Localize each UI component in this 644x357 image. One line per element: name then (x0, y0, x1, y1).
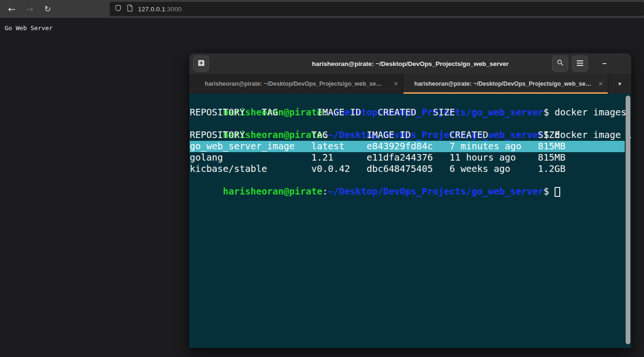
terminal-window: harisheoran@pirate: ~/Desktop/DevOps_Pro… (189, 53, 631, 348)
prompt-user-host: harisheoran@pirate (223, 186, 322, 197)
table-cell: 1.21 (311, 152, 333, 163)
terminal-tab-bar: harisheoran@pirate: ~/Desktop/DevOps_Pro… (189, 74, 631, 94)
terminal-titlebar[interactable]: harisheoran@pirate: ~/Desktop/DevOps_Pro… (189, 53, 631, 74)
terminal-cursor (555, 187, 560, 197)
table-cell: TAG (311, 130, 328, 141)
table-cell: REPOSITORY (190, 107, 245, 118)
tab-overflow-button[interactable]: ▼ (608, 74, 631, 94)
table-cell: SIZE (433, 107, 455, 118)
table-cell: SIZE (538, 130, 560, 141)
table-cell: latest (311, 141, 344, 152)
terminal-tab-2[interactable]: harisheoran@pirate: ~/Desktop/DevOps_Pro… (403, 74, 608, 94)
prompt-line-current: harisheoran@pirate:~/Desktop/DevOps_Proj… (190, 175, 631, 186)
table-cell: v0.0.42 (311, 163, 350, 175)
shield-icon[interactable] (114, 4, 127, 14)
search-icon (556, 59, 564, 68)
table-cell: 1.2GB (538, 163, 566, 175)
table-cell: CREATED (378, 107, 416, 118)
terminal-tab-1[interactable]: harisheoran@pirate: ~/Desktop/DevOps_Pro… (189, 74, 403, 94)
prompt-line: harisheoran@pirate:~/Desktop/DevOps_Proj… (190, 96, 631, 107)
table-cell: 6 weeks ago (450, 163, 510, 175)
table-row-highlighted: go_web_server_imagelateste843929fd84c7 m… (190, 141, 625, 152)
table-cell: 815MB (538, 141, 566, 152)
reload-icon[interactable]: ↻ (40, 0, 56, 18)
tab-label: harisheoran@pirate: ~/Desktop/DevOps_Pro… (411, 81, 595, 87)
table-cell: 7 minutes ago (450, 141, 522, 152)
table-cell: IMAGE ID (367, 130, 411, 141)
table-cell: TAG (262, 107, 278, 118)
table-row: kicbase/stablev0.0.42dbc6484754056 weeks… (190, 163, 631, 175)
new-tab-button[interactable] (193, 56, 209, 72)
table-cell: kicbase/stable (190, 163, 267, 175)
url-port: :3000 (165, 6, 182, 13)
prompt-separator: : (322, 186, 328, 197)
table-cell: CREATED (450, 130, 488, 141)
page-info-icon[interactable] (127, 4, 138, 14)
table-cell: dbc648475405 (367, 163, 433, 175)
back-icon[interactable]: ← (4, 0, 20, 18)
search-button[interactable] (552, 56, 568, 72)
table-cell: REPOSITORY (190, 130, 245, 141)
terminal-content[interactable]: harisheoran@pirate:~/Desktop/DevOps_Proj… (189, 94, 631, 348)
menu-button[interactable] (572, 56, 588, 72)
forward-icon[interactable]: → (22, 0, 38, 18)
prompt-path: ~/Desktop/DevOps_Projects/go_web_server (328, 186, 544, 197)
prompt-symbol: $ (543, 186, 549, 197)
table-cell: e843929fd84c (367, 141, 433, 152)
tab-label: harisheoran@pirate: ~/Desktop/DevOps_Pro… (197, 81, 390, 87)
url-host: 127.0.0.1 (138, 6, 165, 13)
table-row: golang1.21e11dfa24437611 hours ago815MB (190, 152, 631, 163)
table-cell: 815MB (538, 152, 566, 163)
hamburger-menu-icon (577, 59, 583, 68)
table-cell: e11dfa244376 (367, 152, 433, 163)
tab-close-icon[interactable]: ✕ (598, 81, 603, 87)
address-bar[interactable]: 127.0.0.1:3000 (110, 2, 644, 16)
table-cell: go_web_server_image (190, 141, 295, 152)
minimize-button[interactable]: – (598, 53, 611, 74)
table-header-row: REPOSITORYTAGIMAGE IDCREATEDSIZE (190, 130, 631, 141)
tab-close-icon[interactable]: ✕ (394, 81, 398, 87)
page-content-text: Go Web Server (5, 24, 53, 32)
table-cell: 11 hours ago (450, 152, 516, 163)
output-header-row: REPOSITORYTAGIMAGE IDCREATEDSIZE (190, 107, 631, 118)
terminal-scrollbar-thumb[interactable] (626, 96, 630, 344)
table-cell: IMAGE ID (317, 107, 361, 118)
table-cell: golang (190, 152, 223, 163)
prompt-line: harisheoran@pirate:~/Desktop/DevOps_Proj… (190, 118, 631, 130)
chevron-down-icon: ▼ (617, 81, 622, 87)
new-tab-icon (197, 59, 205, 68)
browser-toolbar: ← → ↻ 127.0.0.1:3000 (0, 0, 644, 18)
